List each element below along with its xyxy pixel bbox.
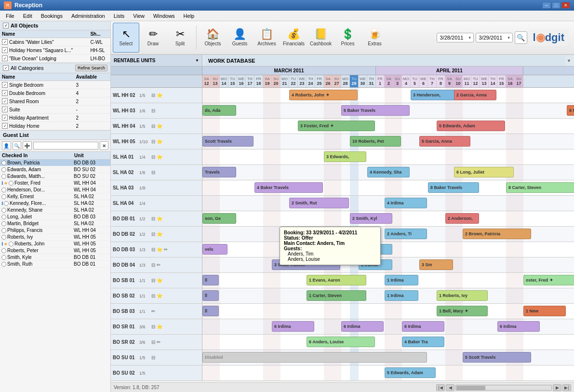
category-checkbox[interactable]: [2, 82, 8, 88]
guest-add-new-button[interactable]: ➕: [23, 141, 32, 150]
booking-block[interactable]: 6 Irdima: [497, 321, 540, 332]
booking-block[interactable]: 3 Sm: [419, 259, 453, 270]
booking-block[interactable]: 2 Anderson,: [445, 213, 479, 224]
objects-header[interactable]: All Objects: [0, 21, 110, 30]
booking-block[interactable]: 2 Smith, Kyl: [350, 213, 392, 224]
category-checkbox[interactable]: [2, 115, 8, 121]
booking-block[interactable]: 4 Irdima: [385, 198, 427, 208]
booking-block[interactable]: Travels: [202, 167, 236, 177]
booking-block[interactable]: 2 Brown, Patricia: [463, 229, 531, 239]
object-checkbox[interactable]: [2, 39, 8, 45]
nav-prev-button[interactable]: ◀: [446, 384, 454, 391]
close-button[interactable]: ✕: [561, 2, 570, 9]
booking-block[interactable]: 8 Baker Travels: [428, 182, 479, 193]
booking-block[interactable]: 8 Carter, Steven: [506, 182, 574, 193]
booking-block[interactable]: 6 Irdima: [272, 321, 314, 332]
h-scrollbar-track[interactable]: [455, 385, 552, 391]
menu-file[interactable]: File: [2, 12, 18, 20]
booking-block[interactable]: 6 New: [567, 105, 574, 116]
booking-block[interactable]: 1 Roberts, Ivy: [437, 290, 488, 301]
guest-row[interactable]: Martin, Bridget SL HA 02: [0, 220, 110, 227]
menu-help[interactable]: Help: [180, 12, 199, 20]
nav-first-button[interactable]: |◀: [436, 384, 445, 391]
booking-block[interactable]: ll: [202, 306, 219, 316]
booking-block[interactable]: 5 Garcia, Anna: [419, 136, 470, 147]
tool-archives-button[interactable]: 📋 Archives: [254, 23, 280, 53]
nav-next-button[interactable]: ▶: [553, 384, 561, 391]
guest-scroll[interactable]: Checked In Unit Brown, Patricia BO DB 03…: [0, 152, 110, 392]
tool-cashbook-button[interactable]: 📒 Cashbook: [307, 23, 334, 53]
tool-objects-button[interactable]: 🏠 Objects: [200, 23, 226, 53]
h-scrollbar-thumb[interactable]: [456, 386, 485, 391]
tool-financials-button[interactable]: 💰 Financials: [280, 23, 307, 53]
booking-block[interactable]: 6 Irdima: [341, 321, 384, 332]
guest-row[interactable]: Kelly, Ernest SL HA 02: [0, 193, 110, 200]
booking-block[interactable]: 2 Garcia, Anna: [454, 90, 496, 100]
category-row[interactable]: Single Bedroom 3: [0, 81, 110, 89]
guest-search-input[interactable]: [33, 142, 98, 149]
guest-row[interactable]: Smith, Kyle BO DB 01: [0, 254, 110, 261]
category-row[interactable]: Double Bedroom 4: [0, 89, 110, 97]
booking-block[interactable]: 1 New: [523, 306, 566, 316]
category-row[interactable]: Shared Room 2: [0, 97, 110, 106]
category-checkbox[interactable]: [2, 90, 8, 96]
booking-block[interactable]: 6 Irdima: [402, 321, 444, 332]
booking-block[interactable]: 5 Edwards, Adam: [437, 121, 505, 131]
guest-row[interactable]: ℹ Kennedy, Flore... SL HA 02: [0, 200, 110, 207]
booking-block[interactable]: 5 Baker Travels: [341, 105, 410, 116]
guest-row[interactable]: Edwards, Adam BO SU 02: [0, 166, 110, 173]
category-checkbox[interactable]: [2, 107, 8, 112]
booking-block[interactable]: 3 Edwards,: [324, 151, 366, 162]
guest-row[interactable]: Henderson, Dor... WL HH 04: [0, 187, 110, 193]
object-checkbox[interactable]: [2, 55, 8, 61]
booking-block[interactable]: 1 Irdima: [385, 290, 418, 301]
booking-block[interactable]: Scott Travels: [202, 136, 254, 147]
category-row[interactable]: Holiday Home 2: [0, 122, 110, 130]
guest-add-button[interactable]: 👤: [2, 141, 11, 150]
guest-row[interactable]: Philipps, Francis WL HH 04: [0, 227, 110, 234]
db-select[interactable]: WORK DATABASE: [205, 55, 565, 66]
tool-split-button[interactable]: ✂ Split: [167, 23, 193, 53]
booking-block[interactable]: 5 Edwards, Adam: [385, 367, 436, 378]
booking-block[interactable]: 10 Roberts, Pet: [350, 136, 401, 147]
menu-lists[interactable]: Lists: [110, 12, 129, 20]
minimize-button[interactable]: ─: [542, 2, 551, 9]
tool-draw-button[interactable]: ✏ Draw: [140, 23, 166, 53]
booking-block[interactable]: Disabled: [202, 352, 427, 363]
refine-search-button[interactable]: Refine Search: [75, 65, 107, 71]
booking-block[interactable]: 6 Long, Juliet: [454, 167, 514, 177]
guest-clear-button[interactable]: ✕: [100, 141, 109, 150]
objects-checkbox[interactable]: [3, 23, 9, 28]
categories-checkbox[interactable]: [3, 65, 9, 71]
category-checkbox[interactable]: [2, 123, 8, 129]
booking-block[interactable]: 4 Baker Tra: [402, 337, 444, 347]
maximize-button[interactable]: □: [552, 2, 561, 9]
menu-windows[interactable]: Windows: [149, 12, 179, 20]
nav-last-button[interactable]: ▶|: [562, 384, 571, 391]
tool-select-button[interactable]: ↖ Select: [113, 23, 139, 53]
calendar-grid[interactable]: MARCH 2011APRIL 2011SA12SU13MO14TU15WE16…: [111, 67, 574, 382]
booking-block[interactable]: son, Ge: [202, 213, 236, 224]
tool-prices-button[interactable]: 💲 Prices: [334, 23, 361, 53]
booking-block[interactable]: 6 Anders, Louise: [307, 337, 375, 347]
booking-block[interactable]: ll: [202, 275, 219, 285]
guest-row[interactable]: Edwards, Matth... BO SU 02: [0, 173, 110, 180]
category-checkbox[interactable]: [2, 98, 8, 104]
category-row[interactable]: Suite -: [0, 106, 110, 114]
date-search-button[interactable]: 🔍: [515, 31, 527, 44]
booking-block[interactable]: 4 Baker Travels: [254, 182, 323, 193]
tool-extras-button[interactable]: 🍺 Extras: [361, 23, 388, 53]
booking-block[interactable]: 4 Kennedy, Sha: [367, 167, 410, 177]
guest-row[interactable]: ℹ★ Foster, Fred WL HH 04: [0, 180, 110, 187]
booking-block[interactable]: ll: [202, 290, 219, 301]
menu-bookings[interactable]: Bookings: [37, 12, 67, 20]
guest-row[interactable]: Kennedy, Shane SL HA 02: [0, 207, 110, 214]
guest-row[interactable]: Smith, Ruth BO DB 01: [0, 261, 110, 268]
booking-block[interactable]: 2 Anders, Ti: [385, 229, 427, 239]
guest-search-button[interactable]: 🔍: [13, 141, 22, 150]
category-row[interactable]: Holiday Apartment 2: [0, 114, 110, 122]
guest-row[interactable]: Brown, Patricia BO DB 03: [0, 160, 110, 166]
menu-edit[interactable]: Edit: [19, 12, 36, 20]
booking-block[interactable]: ds, Ada: [202, 105, 236, 116]
booking-block[interactable]: 1 Evans, Aaron: [307, 275, 366, 285]
